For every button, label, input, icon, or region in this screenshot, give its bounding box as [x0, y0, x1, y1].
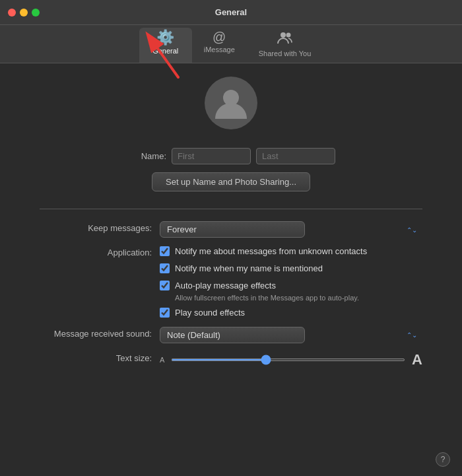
application-label: Application:	[40, 246, 152, 257]
tab-imessage[interactable]: @ iMessage	[192, 28, 247, 63]
checkbox-row-notify-name: Notify me when my name is mentioned	[160, 263, 422, 275]
settings-section: Keep messages: Forever 1 Year 30 Days Ap…	[40, 221, 422, 376]
text-size-slider[interactable]	[171, 358, 405, 361]
divider	[40, 209, 422, 209]
text-size-large-label: A	[412, 351, 422, 368]
name-label: Name:	[127, 151, 166, 161]
maximize-button[interactable]	[32, 9, 40, 17]
last-name-input[interactable]	[256, 148, 335, 164]
tab-general-label: General	[152, 47, 178, 55]
checkbox-notify-unknown-label: Notify me about messages from unknown co…	[175, 246, 367, 257]
checkbox-play-sound-label: Play sound effects	[175, 307, 245, 319]
checkbox-notify-name-label: Notify me when my name is mentioned	[175, 263, 323, 275]
svg-point-0	[280, 32, 286, 38]
application-row: Application: Notify me about messages fr…	[40, 246, 422, 319]
app-window: General ⚙️ General @ iMessage Shared wit…	[0, 0, 462, 476]
keep-messages-select[interactable]: Forever 1 Year 30 Days	[160, 221, 305, 238]
window-controls	[8, 9, 40, 17]
keep-messages-row: Keep messages: Forever 1 Year 30 Days	[40, 221, 422, 238]
checkbox-notify-unknown[interactable]	[160, 246, 170, 256]
tab-shared-with-you-label: Shared with You	[259, 50, 312, 57]
message-sound-label: Message received sound:	[40, 327, 152, 339]
close-button[interactable]	[8, 9, 16, 17]
name-row: Name:	[127, 148, 335, 164]
tab-shared-with-you[interactable]: Shared with You	[247, 28, 323, 63]
first-name-input[interactable]	[172, 148, 251, 164]
message-sound-row: Message received sound: Note (Default) B…	[40, 327, 422, 343]
text-size-label: Text size:	[40, 351, 152, 363]
text-size-slider-row: A A	[160, 351, 422, 368]
message-sound-select-wrapper: Note (Default) Bamboo Chord Glass Horn N…	[160, 327, 422, 343]
application-control: Notify me about messages from unknown co…	[160, 246, 422, 319]
checkbox-autoplay-effects[interactable]	[160, 281, 170, 290]
keep-messages-select-wrapper: Forever 1 Year 30 Days	[160, 221, 422, 238]
checkbox-play-sound[interactable]	[160, 308, 170, 318]
checkbox-notify-name[interactable]	[160, 263, 170, 273]
checkbox-autoplay-sublabel: Allow fullscreen effects in the Messages…	[175, 294, 359, 302]
text-size-row: Text size: A A	[40, 351, 422, 368]
checkbox-row-autoplay: Auto-play message effects Allow fullscre…	[160, 280, 422, 301]
message-sound-control: Note (Default) Bamboo Chord Glass Horn N…	[160, 327, 422, 343]
tab-imessage-label: iMessage	[204, 46, 235, 53]
keep-messages-label: Keep messages:	[40, 221, 152, 233]
checkbox-autoplay-label: Auto-play message effects	[175, 280, 359, 292]
titlebar: General	[0, 0, 462, 25]
toolbar: ⚙️ General @ iMessage Shared with You	[0, 25, 462, 63]
person-icon	[211, 83, 251, 123]
svg-point-1	[286, 33, 290, 38]
text-size-control: A A	[160, 351, 422, 368]
avatar[interactable]	[205, 77, 257, 129]
gear-icon: ⚙️	[156, 30, 174, 45]
avatar-section	[205, 77, 257, 139]
window-title: General	[215, 7, 247, 17]
help-button[interactable]: ?	[436, 452, 450, 467]
shared-icon	[277, 30, 293, 48]
at-icon: @	[213, 30, 226, 44]
checkbox-row-notify-unknown: Notify me about messages from unknown co…	[160, 246, 422, 257]
text-size-small-label: A	[160, 356, 164, 364]
tab-general[interactable]: ⚙️ General	[139, 28, 192, 63]
minimize-button[interactable]	[20, 9, 28, 17]
setup-name-photo-button[interactable]: Set up Name and Photo Sharing...	[152, 172, 310, 191]
checkbox-row-play-sound: Play sound effects	[160, 307, 422, 319]
keep-messages-control: Forever 1 Year 30 Days	[160, 221, 422, 238]
message-sound-select[interactable]: Note (Default) Bamboo Chord Glass Horn N…	[160, 327, 305, 343]
